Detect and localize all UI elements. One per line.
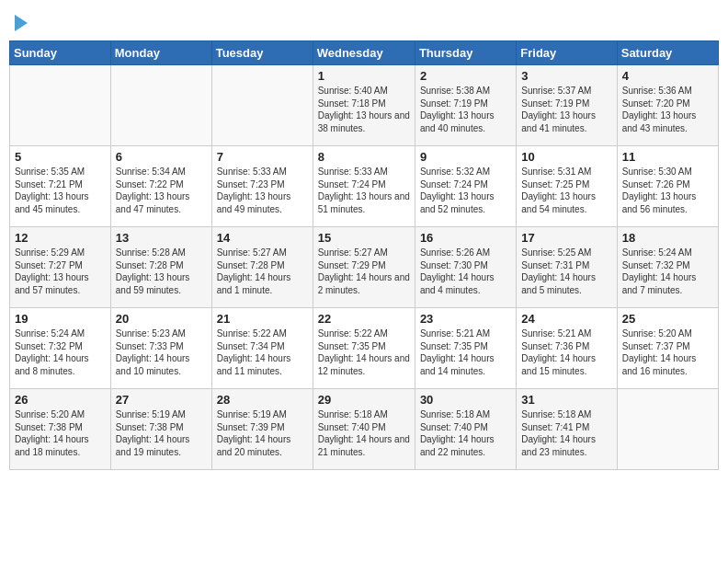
day-info: Sunrise: 5:38 AMSunset: 7:19 PMDaylight:… [420, 85, 511, 134]
calendar-cell: 29Sunrise: 5:18 AMSunset: 7:40 PMDayligh… [313, 389, 415, 470]
day-number: 11 [622, 150, 713, 164]
calendar-header-thursday: Thursday [415, 41, 516, 65]
day-number: 8 [318, 150, 410, 164]
day-number: 16 [420, 231, 511, 245]
calendar-cell: 3Sunrise: 5:37 AMSunset: 7:19 PMDaylight… [517, 65, 617, 146]
calendar-header-wednesday: Wednesday [313, 41, 415, 65]
day-info: Sunrise: 5:22 AMSunset: 7:35 PMDaylight:… [318, 327, 410, 377]
calendar-cell: 10Sunrise: 5:31 AMSunset: 7:25 PMDayligh… [517, 146, 617, 227]
calendar-week-row: 5Sunrise: 5:35 AMSunset: 7:21 PMDaylight… [10, 146, 719, 227]
page-header [9, 9, 719, 33]
day-info: Sunrise: 5:27 AMSunset: 7:29 PMDaylight:… [318, 247, 410, 296]
day-number: 29 [318, 393, 410, 407]
calendar-cell: 7Sunrise: 5:33 AMSunset: 7:23 PMDaylight… [211, 146, 313, 227]
day-info: Sunrise: 5:23 AMSunset: 7:33 PMDaylight:… [116, 327, 207, 377]
day-number: 6 [116, 150, 207, 164]
calendar-cell: 22Sunrise: 5:22 AMSunset: 7:35 PMDayligh… [313, 308, 415, 389]
calendar-cell: 12Sunrise: 5:29 AMSunset: 7:27 PMDayligh… [10, 227, 111, 308]
day-info: Sunrise: 5:19 AMSunset: 7:39 PMDaylight:… [217, 408, 308, 458]
day-number: 14 [217, 231, 308, 245]
day-info: Sunrise: 5:30 AMSunset: 7:26 PMDaylight:… [622, 166, 713, 215]
calendar-cell: 2Sunrise: 5:38 AMSunset: 7:19 PMDaylight… [415, 65, 516, 146]
day-number: 28 [217, 393, 308, 407]
day-info: Sunrise: 5:20 AMSunset: 7:37 PMDaylight:… [622, 327, 713, 377]
day-number: 4 [622, 69, 713, 83]
calendar-cell: 17Sunrise: 5:25 AMSunset: 7:31 PMDayligh… [517, 227, 617, 308]
calendar-cell: 30Sunrise: 5:18 AMSunset: 7:40 PMDayligh… [415, 389, 516, 470]
calendar-header-monday: Monday [110, 41, 211, 65]
day-info: Sunrise: 5:33 AMSunset: 7:24 PMDaylight:… [318, 166, 410, 215]
calendar-cell: 18Sunrise: 5:24 AMSunset: 7:32 PMDayligh… [617, 227, 718, 308]
calendar-cell: 5Sunrise: 5:35 AMSunset: 7:21 PMDaylight… [10, 146, 111, 227]
calendar-cell: 13Sunrise: 5:28 AMSunset: 7:28 PMDayligh… [110, 227, 211, 308]
day-info: Sunrise: 5:18 AMSunset: 7:40 PMDaylight:… [420, 408, 511, 458]
day-number: 27 [116, 393, 207, 407]
calendar-cell: 6Sunrise: 5:34 AMSunset: 7:22 PMDaylight… [110, 146, 211, 227]
calendar-header-tuesday: Tuesday [211, 41, 313, 65]
day-number: 3 [521, 69, 611, 83]
day-number: 12 [15, 231, 106, 245]
day-info: Sunrise: 5:24 AMSunset: 7:32 PMDaylight:… [622, 247, 713, 296]
day-number: 20 [116, 312, 207, 326]
day-number: 10 [521, 150, 611, 164]
day-info: Sunrise: 5:37 AMSunset: 7:19 PMDaylight:… [521, 85, 611, 134]
day-info: Sunrise: 5:40 AMSunset: 7:18 PMDaylight:… [318, 85, 410, 134]
calendar-cell [110, 65, 211, 146]
calendar-cell [10, 65, 111, 146]
calendar-cell: 20Sunrise: 5:23 AMSunset: 7:33 PMDayligh… [110, 308, 211, 389]
calendar-cell: 23Sunrise: 5:21 AMSunset: 7:35 PMDayligh… [415, 308, 516, 389]
calendar-header-friday: Friday [517, 41, 617, 65]
calendar-header-sunday: Sunday [10, 41, 111, 65]
day-info: Sunrise: 5:19 AMSunset: 7:38 PMDaylight:… [116, 408, 207, 458]
day-info: Sunrise: 5:18 AMSunset: 7:40 PMDaylight:… [318, 408, 410, 458]
day-info: Sunrise: 5:21 AMSunset: 7:35 PMDaylight:… [420, 327, 511, 377]
day-number: 15 [318, 231, 410, 245]
day-number: 2 [420, 69, 511, 83]
calendar-week-row: 19Sunrise: 5:24 AMSunset: 7:32 PMDayligh… [10, 308, 719, 389]
calendar-header-row: SundayMondayTuesdayWednesdayThursdayFrid… [10, 41, 719, 65]
day-number: 19 [15, 312, 106, 326]
calendar-week-row: 1Sunrise: 5:40 AMSunset: 7:18 PMDaylight… [10, 65, 719, 146]
calendar-cell: 19Sunrise: 5:24 AMSunset: 7:32 PMDayligh… [10, 308, 111, 389]
day-number: 24 [521, 312, 611, 326]
day-info: Sunrise: 5:33 AMSunset: 7:23 PMDaylight:… [217, 166, 308, 215]
day-info: Sunrise: 5:21 AMSunset: 7:36 PMDaylight:… [521, 327, 611, 377]
calendar-cell: 9Sunrise: 5:32 AMSunset: 7:24 PMDaylight… [415, 146, 516, 227]
day-info: Sunrise: 5:27 AMSunset: 7:28 PMDaylight:… [217, 247, 308, 296]
day-number: 13 [116, 231, 207, 245]
calendar-cell: 27Sunrise: 5:19 AMSunset: 7:38 PMDayligh… [110, 389, 211, 470]
calendar-cell: 21Sunrise: 5:22 AMSunset: 7:34 PMDayligh… [211, 308, 313, 389]
day-info: Sunrise: 5:26 AMSunset: 7:30 PMDaylight:… [420, 247, 511, 296]
calendar-cell [617, 389, 718, 470]
day-number: 21 [217, 312, 308, 326]
calendar-cell: 24Sunrise: 5:21 AMSunset: 7:36 PMDayligh… [517, 308, 617, 389]
day-info: Sunrise: 5:25 AMSunset: 7:31 PMDaylight:… [521, 247, 611, 296]
day-number: 17 [521, 231, 611, 245]
day-info: Sunrise: 5:18 AMSunset: 7:41 PMDaylight:… [521, 408, 611, 458]
day-info: Sunrise: 5:22 AMSunset: 7:34 PMDaylight:… [217, 327, 308, 377]
day-info: Sunrise: 5:29 AMSunset: 7:27 PMDaylight:… [15, 247, 106, 296]
calendar-cell: 14Sunrise: 5:27 AMSunset: 7:28 PMDayligh… [211, 227, 313, 308]
calendar-cell: 1Sunrise: 5:40 AMSunset: 7:18 PMDaylight… [313, 65, 415, 146]
day-number: 26 [15, 393, 106, 407]
day-number: 22 [318, 312, 410, 326]
day-info: Sunrise: 5:31 AMSunset: 7:25 PMDaylight:… [521, 166, 611, 215]
calendar-cell: 31Sunrise: 5:18 AMSunset: 7:41 PMDayligh… [517, 389, 617, 470]
calendar-week-row: 12Sunrise: 5:29 AMSunset: 7:27 PMDayligh… [10, 227, 719, 308]
day-info: Sunrise: 5:32 AMSunset: 7:24 PMDaylight:… [420, 166, 511, 215]
day-info: Sunrise: 5:34 AMSunset: 7:22 PMDaylight:… [116, 166, 207, 215]
calendar-cell: 28Sunrise: 5:19 AMSunset: 7:39 PMDayligh… [211, 389, 313, 470]
calendar-week-row: 26Sunrise: 5:20 AMSunset: 7:38 PMDayligh… [10, 389, 719, 470]
calendar-header-saturday: Saturday [617, 41, 718, 65]
day-info: Sunrise: 5:36 AMSunset: 7:20 PMDaylight:… [622, 85, 713, 134]
calendar-cell: 16Sunrise: 5:26 AMSunset: 7:30 PMDayligh… [415, 227, 516, 308]
calendar-cell: 25Sunrise: 5:20 AMSunset: 7:37 PMDayligh… [617, 308, 718, 389]
day-number: 7 [217, 150, 308, 164]
calendar-cell [211, 65, 313, 146]
logo-arrow-icon [15, 15, 28, 31]
calendar-cell: 15Sunrise: 5:27 AMSunset: 7:29 PMDayligh… [313, 227, 415, 308]
calendar-table: SundayMondayTuesdayWednesdayThursdayFrid… [9, 40, 719, 470]
calendar-cell: 26Sunrise: 5:20 AMSunset: 7:38 PMDayligh… [10, 389, 111, 470]
calendar-cell: 11Sunrise: 5:30 AMSunset: 7:26 PMDayligh… [617, 146, 718, 227]
calendar-cell: 8Sunrise: 5:33 AMSunset: 7:24 PMDaylight… [313, 146, 415, 227]
